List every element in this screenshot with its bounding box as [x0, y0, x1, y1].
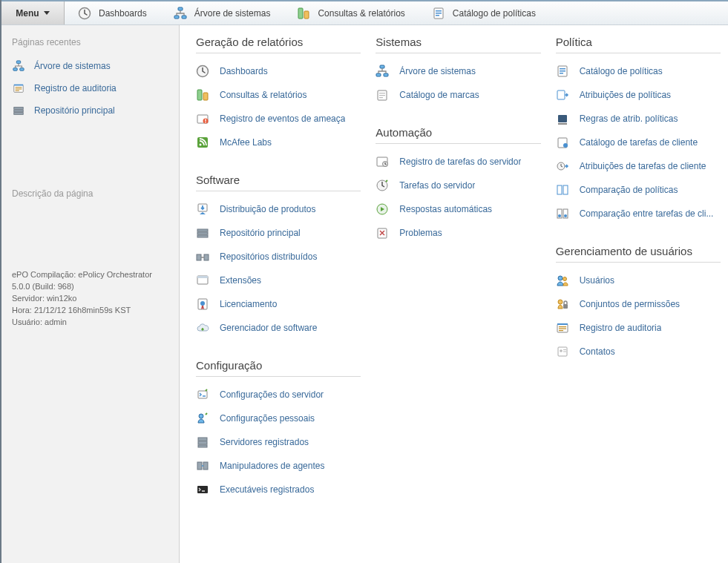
menu-item[interactable]: Atribuições de políticas	[556, 83, 721, 107]
menu-item-label: Tarefas do servidor	[399, 180, 475, 191]
topbar-link-label: Árvore de sistemas	[194, 8, 271, 19]
menu-item-label: Consultas & relatórios	[220, 90, 306, 100]
menu-item[interactable]: Atribuições de tarefas de cliente	[556, 154, 721, 178]
recent-link-label: Repositório principal	[34, 105, 115, 116]
topbar-link-label: Catálogo de políticas	[453, 8, 536, 19]
menu-item-label: Licenciamento	[220, 299, 277, 309]
menu-item-label: Servidores registrados	[220, 437, 309, 447]
menu-item-label: Comparação entre tarefas de cli...	[580, 208, 714, 219]
menu-item[interactable]: Comparação entre tarefas de cli...	[556, 202, 721, 225]
menu-item[interactable]: Licenciamento	[196, 292, 361, 316]
license-icon	[196, 297, 209, 311]
problems-icon	[376, 226, 389, 240]
tree-icon	[376, 65, 389, 78]
menu-item[interactable]: Árvore de sistemas	[376, 59, 540, 83]
menu-item-label: Configurações do servidor	[220, 389, 324, 400]
menu-item[interactable]: Manipuladores de agentes	[196, 454, 361, 478]
policy-icon	[432, 7, 445, 20]
menu-item[interactable]: Consultas & relatórios	[196, 83, 361, 107]
menu-item[interactable]: Conjuntos de permissões	[556, 292, 721, 316]
menu-item[interactable]: McAfee Labs	[196, 131, 361, 154]
menu-item-label: Atribuições de políticas	[580, 90, 671, 100]
recent-link[interactable]: Árvore de sistemas	[12, 55, 168, 77]
topbar-link[interactable]: Dashboards	[65, 1, 160, 24]
menu-item[interactable]: Registro de auditoria	[556, 316, 721, 340]
regsrv-icon	[196, 435, 209, 449]
foot-line: Usuário: admin	[12, 317, 168, 329]
menu-item[interactable]: Regras de atrib. políticas	[556, 107, 721, 131]
menu-item[interactable]: Tarefas do servidor	[376, 174, 540, 197]
repo-icon	[12, 105, 25, 116]
reports-icon	[196, 88, 209, 102]
topbar-link[interactable]: Catálogo de políticas	[419, 1, 549, 24]
threat-icon	[196, 112, 209, 125]
menu-item[interactable]: Catálogo de tarefas de cliente	[556, 131, 721, 154]
taskassign-icon	[556, 159, 569, 173]
menu-item[interactable]: Contatos	[556, 340, 721, 363]
menu-item[interactable]: Configurações pessoais	[196, 406, 361, 430]
menu-item-label: Extensões	[220, 275, 261, 286]
menu-item[interactable]: Gerenciador de software	[196, 316, 361, 340]
menu-item[interactable]: Catálogo de marcas	[376, 83, 540, 107]
repo-icon	[196, 226, 209, 240]
clock-icon	[196, 65, 209, 78]
tasks-icon	[376, 179, 389, 192]
menu-item[interactable]: Dashboards	[196, 59, 361, 83]
menu-item[interactable]: Registro de tarefas do servidor	[376, 150, 540, 174]
menu-item-label: Catálogo de marcas	[399, 90, 479, 100]
menu-item-label: Manipuladores de agentes	[220, 461, 324, 471]
section-title: Sistemas	[376, 36, 540, 53]
section: SistemasÁrvore de sistemasCatálogo de ma…	[376, 36, 540, 107]
recent-link-label: Registro de auditoria	[34, 83, 117, 93]
menu-item[interactable]: Catálogo de políticas	[556, 59, 721, 83]
menu-item[interactable]: Comparação de políticas	[556, 178, 721, 202]
recent-heading: Páginas recentes	[12, 37, 168, 47]
menu-item-label: Repositório principal	[220, 228, 301, 238]
section-title: Geração de relatórios	[196, 36, 361, 53]
clock-icon	[78, 7, 91, 20]
topbar-link[interactable]: Consultas & relatórios	[283, 1, 418, 24]
menu-item[interactable]: Usuários	[556, 269, 721, 292]
ext-icon	[196, 274, 209, 287]
cloud-icon	[196, 321, 209, 335]
page-desc-heading: Descrição da página	[12, 188, 168, 199]
menu-item-label: Atribuições de tarefas de cliente	[580, 161, 706, 171]
menu-item[interactable]: Repositório principal	[196, 221, 361, 245]
chevron-down-icon	[44, 11, 50, 15]
menu-item[interactable]: Registro de eventos de ameaça	[196, 107, 361, 131]
section-title: Política	[556, 36, 721, 53]
menu-item[interactable]: Repositórios distribuídos	[196, 245, 361, 269]
topbar-link[interactable]: Árvore de sistemas	[160, 1, 284, 24]
menu-item[interactable]: Servidores registrados	[196, 430, 361, 454]
menu-item[interactable]: Extensões	[196, 269, 361, 292]
menu-item[interactable]: Configurações do servidor	[196, 383, 361, 406]
tasklog-icon	[376, 155, 389, 168]
usercfg-icon	[196, 412, 209, 425]
section-title: Automação	[376, 126, 540, 144]
menu-item-label: Conjuntos de permissões	[580, 299, 680, 309]
menu-item-label: McAfee Labs	[220, 137, 272, 148]
menu-button[interactable]: Menu	[1, 1, 65, 24]
play-icon	[376, 203, 389, 216]
menu-item-label: Comparação de políticas	[580, 185, 678, 195]
polrules-icon	[556, 112, 569, 125]
recent-link[interactable]: Repositório principal	[12, 99, 168, 122]
foot-line: Servidor: win12ko	[12, 293, 168, 305]
foot-line: ePO Compilação: ePolicy Orchestrator	[12, 269, 168, 281]
section-title: Software	[196, 174, 361, 191]
foot-line: Hora: 21/12/12 16h8min59s KST	[12, 305, 168, 317]
topbar-link-label: Consultas & relatórios	[318, 8, 404, 19]
policy-icon	[556, 65, 569, 78]
download-icon	[196, 203, 209, 216]
menu-item[interactable]: Distribuição de produtos	[196, 197, 361, 221]
menu-label: Menu	[16, 8, 39, 19]
menu-item[interactable]: Respostas automáticas	[376, 197, 540, 221]
menu-item-label: Catálogo de tarefas de cliente	[580, 137, 698, 148]
recent-link[interactable]: Registro de auditoria	[12, 77, 168, 99]
menu-item-label: Distribuição de produtos	[220, 204, 315, 214]
menu-item-label: Catálogo de políticas	[580, 66, 663, 76]
menu-item[interactable]: Problemas	[376, 221, 540, 245]
sidebar: Páginas recentes Árvore de sistemasRegis…	[1, 25, 180, 563]
menu-item-label: Dashboards	[220, 66, 268, 76]
menu-item[interactable]: Executáveis registrados	[196, 478, 361, 501]
